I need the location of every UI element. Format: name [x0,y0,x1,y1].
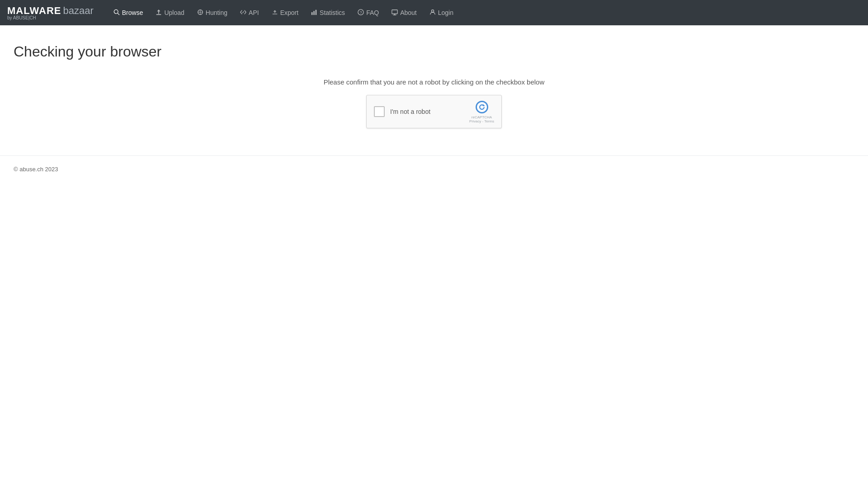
captcha-checkbox-area: I'm not a robot [374,106,469,117]
svg-point-0 [114,9,118,14]
nav-faq[interactable]: ? FAQ [352,5,384,20]
navbar: MALWARE bazaar by ABUSE|CH Browse Upload [0,0,868,25]
nav-login[interactable]: Login [424,5,459,20]
api-icon [240,9,246,17]
recaptcha-logo-icon [475,100,489,114]
nav-statistics-label: Statistics [320,9,345,16]
nav-browse-label: Browse [122,9,143,16]
svg-line-1 [118,13,119,15]
page-title: Checking your browser [14,43,854,60]
svg-text:?: ? [360,10,362,14]
browse-icon [113,9,120,17]
hunting-icon [197,9,203,17]
brand-byabuse: by ABUSE|CH [7,16,94,20]
captcha-links: Privacy - Terms [469,119,494,123]
svg-point-16 [431,9,434,12]
faq-icon: ? [358,9,364,17]
nav-about[interactable]: About [386,5,422,20]
recaptcha-brand: reCAPTCHA Privacy - Terms [469,115,494,124]
nav-export[interactable]: Export [266,5,304,20]
captcha-privacy[interactable]: Privacy [469,119,481,123]
footer: © abuse.ch 2023 [0,155,868,182]
captcha-terms[interactable]: Terms [484,119,494,123]
nav-upload-label: Upload [164,9,184,16]
svg-line-6 [242,11,244,13]
nav-export-label: Export [280,9,298,16]
captcha-label: I'm not a robot [390,108,430,115]
svg-rect-8 [311,12,313,15]
nav-api-label: API [249,9,259,16]
svg-rect-10 [316,9,317,14]
captcha-instruction: Please confirm that you are not a robot … [14,78,854,86]
captcha-container: I'm not a robot reCAPTCHA Privacy - Term… [14,95,854,128]
nav-hunting[interactable]: Hunting [192,5,233,20]
svg-rect-7 [272,13,277,14]
statistics-icon [311,9,317,17]
captcha-box: I'm not a robot reCAPTCHA Privacy - Term… [366,95,502,128]
captcha-checkbox[interactable] [374,106,385,117]
captcha-logo: reCAPTCHA Privacy - Terms [469,100,494,124]
nav-hunting-label: Hunting [206,9,227,16]
nav-api[interactable]: API [235,5,264,20]
login-icon [429,9,436,17]
brand-bazaar: bazaar [63,5,93,17]
export-icon [272,9,278,17]
nav-links: Browse Upload Hunting API [108,5,459,20]
about-icon [392,9,398,17]
captcha-brand-text: reCAPTCHA [472,115,492,120]
nav-statistics[interactable]: Statistics [306,5,350,20]
svg-rect-2 [156,14,161,15]
svg-rect-13 [392,9,397,14]
upload-icon [156,9,162,17]
footer-copyright: © abuse.ch 2023 [14,166,58,173]
svg-rect-9 [313,11,315,15]
nav-upload[interactable]: Upload [150,5,189,20]
nav-login-label: Login [438,9,453,16]
main-content: Checking your browser Please confirm tha… [0,25,868,146]
nav-about-label: About [400,9,417,16]
brand-logo[interactable]: MALWARE bazaar by ABUSE|CH [7,5,94,20]
nav-browse[interactable]: Browse [108,5,149,20]
nav-faq-label: FAQ [366,9,379,16]
